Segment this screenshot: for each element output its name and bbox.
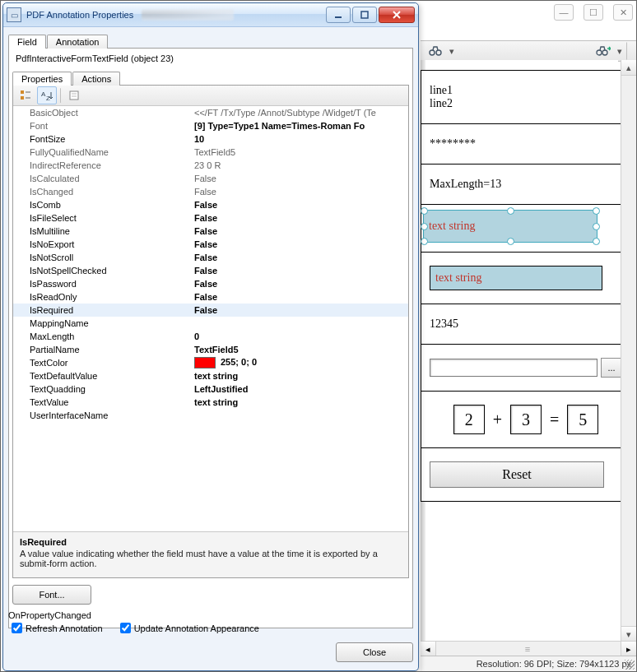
toolbar-dropdown-icon[interactable]: ▾ (449, 46, 455, 57)
font-button[interactable]: Font... (12, 585, 91, 605)
prop-row-ischanged[interactable]: IsChangedFalse (13, 185, 408, 198)
update-annotation-checkbox[interactable]: Update Annotation Appearance (117, 620, 259, 636)
reset-button[interactable]: Reset (430, 461, 604, 488)
calc-result[interactable]: 5 (567, 405, 598, 434)
binoculars-arrow-icon[interactable] (593, 42, 613, 60)
prop-row-isnotspellchecked[interactable]: IsNotSpellCheckedFalse (13, 264, 408, 277)
prop-value[interactable]: False (194, 305, 408, 315)
prop-value[interactable]: 23 0 R (194, 160, 408, 170)
dialog-maximize-button[interactable] (352, 7, 377, 23)
prop-row-isfileselect[interactable]: IsFileSelectFalse (13, 211, 408, 225)
prop-row-fontsize[interactable]: FontSize10 (13, 132, 408, 146)
text-field-cell[interactable]: text string (421, 253, 631, 304)
browse-input[interactable] (430, 359, 597, 377)
resize-handle-icon[interactable] (421, 207, 428, 215)
resize-handle-icon[interactable] (507, 207, 514, 215)
resize-handle-icon[interactable] (593, 238, 600, 245)
prop-value[interactable]: <</FT /Tx/Type /Annot/Subtype /Widget/T … (194, 108, 408, 118)
prop-value[interactable]: False (194, 174, 408, 183)
main-minimize-button[interactable]: — (554, 4, 574, 21)
multiline-field-cell[interactable]: line1 line2 (421, 70, 631, 124)
tab-actions[interactable]: Actions (72, 72, 120, 86)
resize-handle-icon[interactable] (593, 207, 600, 215)
prop-value[interactable]: False (194, 213, 408, 223)
alphabetical-icon[interactable]: AZ (37, 86, 57, 104)
dialog-titlebar[interactable]: ▭ PDF Annotation Properties (3, 3, 418, 27)
prop-value[interactable]: False (194, 279, 408, 289)
prop-value[interactable]: False (194, 226, 408, 236)
scroll-right-icon[interactable]: ▸ (621, 642, 636, 656)
prop-row-ismultiline[interactable]: IsMultilineFalse (13, 225, 408, 238)
selected-annotation[interactable]: text string (423, 210, 597, 243)
dialog-close-button[interactable] (379, 7, 415, 23)
prop-value[interactable]: False (194, 239, 408, 249)
toolbar-dropdown2-icon[interactable]: ▾ (616, 46, 623, 57)
prop-value[interactable]: text string (194, 371, 408, 381)
maxlength-field-cell[interactable]: MaxLength=13 (421, 165, 631, 205)
prop-value[interactable]: 0 (194, 331, 408, 341)
pdf-canvas[interactable]: line1 line2 ******** MaxLength=13 text s… (425, 60, 618, 642)
refresh-annotation-input[interactable] (12, 623, 22, 633)
prop-value[interactable]: LeftJustified (194, 384, 408, 394)
resize-handle-icon[interactable] (507, 238, 514, 245)
number-field-cell[interactable]: 12345 (421, 304, 631, 345)
prop-value[interactable]: TextField5 (194, 147, 408, 157)
resize-handle-icon[interactable] (421, 238, 428, 245)
browse-button[interactable]: ... (601, 358, 622, 378)
prop-value[interactable]: 10 (194, 134, 408, 144)
selected-field-cell[interactable]: text string (421, 205, 631, 253)
resize-handle-icon[interactable] (593, 223, 600, 230)
vertical-scrollbar[interactable]: ▴ ▾ (621, 60, 636, 642)
refresh-annotation-checkbox[interactable]: Refresh Annotation (8, 620, 103, 636)
prop-row-isnoexport[interactable]: IsNoExportFalse (13, 238, 408, 251)
calc-input-a[interactable]: 2 (453, 405, 485, 434)
main-close-button[interactable]: ✕ (613, 4, 633, 21)
prop-value[interactable]: False (194, 200, 408, 210)
prop-row-mappingname[interactable]: MappingName (13, 317, 408, 330)
prop-row-textcolor[interactable]: TextColor255; 0; 0 (13, 356, 408, 369)
prop-row-indirectreference[interactable]: IndirectReference23 0 R (13, 159, 408, 172)
prop-row-textvalue[interactable]: TextValuetext string (13, 396, 408, 409)
prop-row-basicobject[interactable]: BasicObject<</FT /Tx/Type /Annot/Subtype… (13, 106, 408, 119)
scroll-down-icon[interactable]: ▾ (621, 626, 636, 642)
calc-input-b[interactable]: 3 (510, 405, 542, 434)
prop-row-textquadding[interactable]: TextQuaddingLeftJustified (13, 382, 408, 396)
binoculars-icon[interactable] (425, 42, 445, 60)
prop-row-fullyqualifiedname[interactable]: FullyQualifiedNameTextField5 (13, 146, 408, 159)
prop-value[interactable]: TextField5 (194, 345, 408, 355)
scroll-left-icon[interactable]: ◂ (421, 642, 436, 656)
prop-row-textdefaultvalue[interactable]: TextDefaultValuetext string (13, 369, 408, 382)
prop-row-maxlength[interactable]: MaxLength0 (13, 330, 408, 343)
update-annotation-input[interactable] (120, 623, 131, 633)
tab-annotation[interactable]: Annotation (47, 35, 109, 49)
property-pages-icon[interactable] (64, 86, 84, 104)
prop-value[interactable]: 255; 0; 0 (194, 357, 408, 368)
prop-row-partialname[interactable]: PartialNameTextField5 (13, 343, 408, 356)
resize-grip-icon[interactable] (625, 660, 635, 670)
prop-value[interactable]: False (194, 253, 408, 262)
prop-row-ispassword[interactable]: IsPasswordFalse (13, 277, 408, 290)
horizontal-scrollbar[interactable]: ◂ ≡ ▸ (421, 641, 636, 656)
main-maximize-button[interactable]: ☐ (584, 4, 603, 21)
prop-value[interactable]: False (194, 266, 408, 276)
property-grid[interactable]: BasicObject<</FT /Tx/Type /Annot/Subtype… (13, 106, 408, 531)
prop-row-font[interactable]: Font[9] Type=Type1 Name=Times-Roman Fo (13, 119, 408, 132)
resize-handle-icon[interactable] (421, 223, 428, 230)
prop-row-isrequired[interactable]: IsRequiredFalse (13, 304, 408, 317)
prop-row-isreadonly[interactable]: IsReadOnlyFalse (13, 290, 408, 304)
prop-value[interactable]: text string (194, 397, 408, 407)
prop-value[interactable]: [9] Type=Type1 Name=Times-Roman Fo (194, 121, 408, 131)
prop-value[interactable]: False (194, 187, 408, 197)
categorized-icon[interactable] (16, 86, 35, 104)
prop-row-isnotscroll[interactable]: IsNotScrollFalse (13, 251, 408, 264)
close-button[interactable]: Close (336, 642, 413, 662)
password-field-cell[interactable]: ******** (421, 124, 631, 165)
prop-row-iscalculated[interactable]: IsCalculatedFalse (13, 172, 408, 185)
scroll-up-icon[interactable]: ▴ (621, 60, 636, 76)
text-field-box[interactable]: text string (430, 266, 602, 290)
prop-row-iscomb[interactable]: IsCombFalse (13, 198, 408, 211)
dialog-minimize-button[interactable] (326, 7, 351, 23)
scroll-grip-icon[interactable]: ≡ (436, 644, 621, 654)
tab-properties[interactable]: Properties (12, 72, 72, 86)
prop-value[interactable]: False (194, 292, 408, 302)
